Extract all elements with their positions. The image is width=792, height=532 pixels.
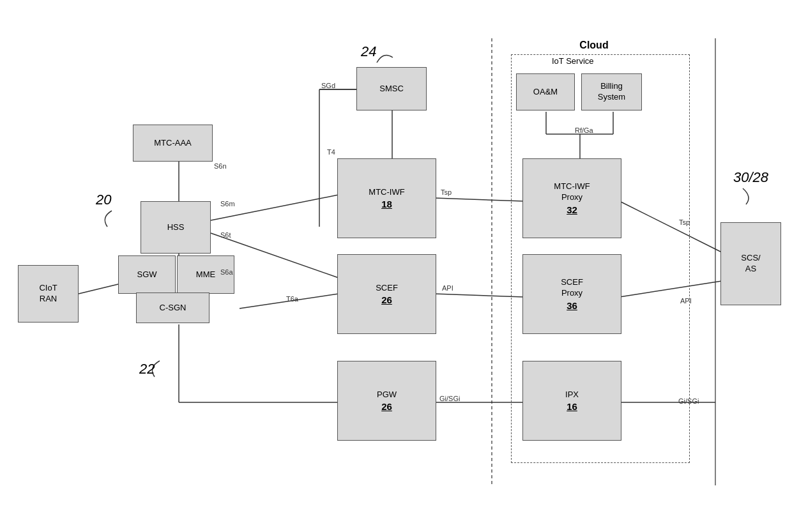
ref-20: 20: [96, 192, 111, 208]
ciot-ran-box: CIoTRAN: [18, 265, 79, 323]
scef-label: SCEF: [376, 283, 398, 294]
tsp-left-label: Tsp: [441, 188, 452, 196]
s6m-label: S6m: [220, 200, 235, 208]
mme-label: MME: [196, 270, 215, 280]
ref-24: 24: [361, 43, 376, 60]
svg-line-5: [211, 195, 339, 220]
scef-proxy-box: SCEFProxy 36: [522, 254, 621, 334]
rf-ga-label: Rf/Ga: [575, 126, 593, 134]
mtc-iwf-proxy-num: 32: [567, 204, 577, 215]
mtc-iwf-proxy-label: MTC-IWFProxy: [554, 181, 590, 203]
mtc-iwf-box: MTC-IWF 18: [337, 158, 436, 238]
mtc-iwf-num: 18: [381, 199, 392, 209]
gi-sgi-right-label: Gi/SGi: [678, 397, 699, 405]
billing-box: BillingSystem: [581, 73, 642, 110]
t4-label: T4: [327, 148, 335, 156]
mtc-iwf-label: MTC-IWF: [369, 187, 404, 198]
gi-sgi-left-label: Gi/SGi: [439, 395, 460, 402]
ipx-num: 16: [567, 401, 577, 412]
scef-proxy-label: SCEFProxy: [561, 277, 583, 299]
api-right-label: API: [680, 297, 692, 305]
iot-service-label: IoT Service: [552, 56, 594, 66]
mtc-aaa-label: MTC-AAA: [154, 138, 192, 149]
oam-label: OA&M: [533, 87, 558, 98]
sgw-box: SGW: [118, 255, 176, 294]
sgw-label: SGW: [137, 270, 156, 280]
svg-line-13: [434, 198, 524, 201]
csgn-label: C-SGN: [160, 303, 187, 314]
t6a-label: T6a: [286, 295, 298, 303]
api-left-label: API: [442, 284, 453, 292]
ref-30-28: 30/28: [733, 169, 768, 186]
csgn-box: C-SGN: [136, 293, 209, 323]
ref-22: 22: [139, 361, 155, 377]
sgd-label: SGd: [321, 82, 335, 89]
tsp-right-label: Tsp: [679, 218, 690, 226]
s6n-label: S6n: [214, 162, 227, 170]
pgw-num: 26: [381, 401, 392, 412]
scs-as-box: SCS/AS: [720, 222, 781, 305]
pgw-label: PGW: [377, 390, 397, 400]
smsc-box: SMSC: [356, 67, 427, 110]
ciot-ran-label: CIoTRAN: [39, 283, 57, 305]
hss-label: HSS: [167, 222, 185, 233]
network-diagram: Cloud IoT Service 24 20 22 30/28 CIoTRAN…: [0, 0, 792, 532]
smsc-label: SMSC: [379, 84, 404, 95]
mtc-aaa-box: MTC-AAA: [133, 125, 213, 162]
svg-line-14: [434, 294, 524, 297]
scef-box: SCEF 26: [337, 254, 436, 334]
scef-num: 26: [381, 294, 392, 305]
scs-as-label: SCS/AS: [741, 253, 760, 275]
ipx-box: IPX 16: [522, 361, 621, 441]
mtc-iwf-proxy-box: MTC-IWFProxy 32: [522, 158, 621, 238]
oam-box: OA&M: [516, 73, 575, 110]
cloud-label: Cloud: [537, 40, 651, 51]
s6a-label: S6a: [220, 268, 233, 276]
billing-label: BillingSystem: [598, 81, 625, 103]
pgw-box: PGW 26: [337, 361, 436, 441]
ipx-label: IPX: [565, 390, 579, 400]
s6t-label: S6t: [220, 231, 231, 239]
scef-proxy-num: 36: [567, 300, 577, 311]
svg-line-2: [79, 284, 118, 294]
hss-box: HSS: [141, 201, 211, 254]
